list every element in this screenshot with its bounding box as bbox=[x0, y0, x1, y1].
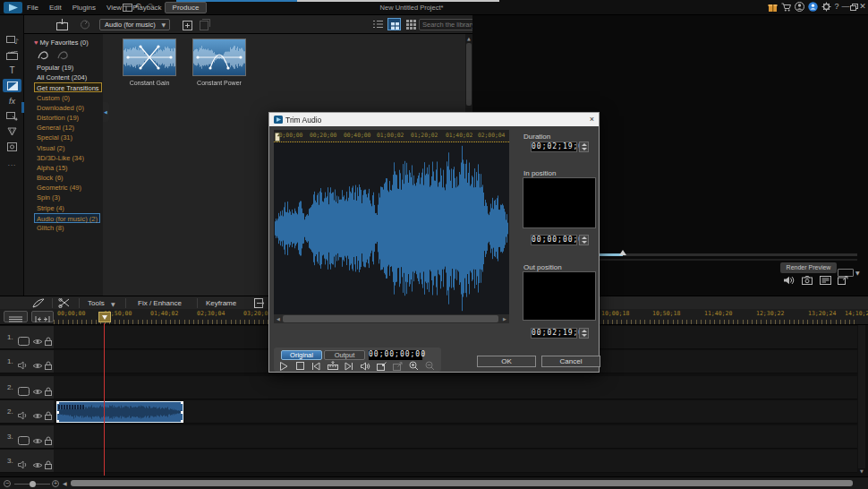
original-tab[interactable]: Original bbox=[281, 350, 322, 360]
category-glitch-8-[interactable]: Glitch (8) bbox=[37, 224, 64, 232]
category-general-12-[interactable]: General (12) bbox=[37, 124, 74, 132]
transition-thumb-constant-gain[interactable] bbox=[123, 39, 176, 76]
settings-gear-icon[interactable] bbox=[821, 2, 831, 12]
gift-icon[interactable] bbox=[768, 3, 778, 12]
mark-in-icon[interactable] bbox=[375, 361, 387, 371]
tools-menu[interactable]: Tools bbox=[88, 299, 105, 307]
category-alpha-15-[interactable]: Alpha (15) bbox=[37, 164, 68, 172]
in-position-spinner[interactable] bbox=[579, 235, 589, 245]
more-rooms-icon[interactable]: ... bbox=[3, 157, 21, 170]
category-popular-19-[interactable]: Popular (19) bbox=[37, 64, 73, 72]
new-folder-icon[interactable] bbox=[183, 19, 194, 30]
category-stripe-4-[interactable]: Stripe (4) bbox=[37, 204, 64, 212]
library-filter-dropdown[interactable]: Audio (for music)▼ bbox=[99, 19, 170, 30]
member-icon[interactable] bbox=[808, 2, 818, 12]
track-lock-icon[interactable] bbox=[44, 333, 53, 349]
media-room-icon[interactable]: ♪ bbox=[3, 33, 21, 47]
plugin-room-icon[interactable] bbox=[3, 140, 21, 153]
track-visibility-eye-icon[interactable] bbox=[32, 408, 43, 424]
keyframe-button[interactable]: Keyframe bbox=[206, 299, 236, 307]
play-icon[interactable] bbox=[277, 361, 290, 371]
title-room-icon[interactable]: T bbox=[3, 64, 21, 77]
track-lane-2-video[interactable] bbox=[54, 376, 857, 399]
category-special-31-[interactable]: Special (31) bbox=[37, 133, 72, 142]
list-view-icon[interactable] bbox=[372, 19, 384, 30]
transition-overlap-icon[interactable] bbox=[37, 48, 51, 61]
help-icon[interactable]: ? bbox=[832, 2, 841, 11]
track-manager-button[interactable] bbox=[4, 311, 28, 322]
produce-button[interactable]: Produce bbox=[165, 2, 207, 13]
restore-icon[interactable] bbox=[850, 4, 858, 11]
minimize-icon[interactable]: — bbox=[841, 2, 850, 11]
mark-out-icon[interactable] bbox=[391, 361, 404, 371]
category-collapse-tab[interactable]: ◀ bbox=[103, 102, 109, 122]
scroll-up-icon[interactable]: ▲ bbox=[465, 36, 472, 41]
track-header-1-video[interactable]: 1. bbox=[0, 326, 54, 349]
particle-room-icon[interactable] bbox=[3, 124, 21, 138]
menu-file[interactable]: File bbox=[27, 4, 38, 12]
track-visibility-eye-icon[interactable] bbox=[32, 357, 43, 373]
effect-room-icon[interactable]: fx bbox=[3, 94, 21, 107]
split-scissors-icon[interactable] bbox=[58, 298, 71, 308]
close-icon[interactable]: ✕ bbox=[858, 2, 867, 11]
zoom-in-button[interactable]: + bbox=[52, 480, 59, 487]
undo-icon[interactable]: ↶ bbox=[134, 2, 141, 11]
track-visibility-eye-icon[interactable] bbox=[32, 433, 43, 449]
volume-icon[interactable] bbox=[359, 361, 371, 371]
track-lane-3-video[interactable] bbox=[54, 425, 857, 449]
dialog-title-bar[interactable]: Trim Audio × bbox=[269, 113, 599, 126]
zoom-in-icon[interactable] bbox=[408, 361, 421, 371]
transition-thumb-constant-power[interactable] bbox=[192, 39, 246, 76]
track-visibility-eye-icon[interactable] bbox=[32, 333, 43, 349]
category-spin-3-[interactable]: Spin (3) bbox=[37, 193, 60, 202]
output-tab[interactable]: Output bbox=[324, 350, 365, 360]
scroll-left-icon[interactable]: ◀ bbox=[63, 480, 67, 486]
step-forward-icon[interactable] bbox=[343, 361, 355, 371]
out-position-spinner[interactable] bbox=[579, 328, 589, 339]
track-lock-icon[interactable] bbox=[44, 357, 53, 373]
track-lock-icon[interactable] bbox=[44, 433, 53, 449]
undock-preview-icon[interactable] bbox=[838, 276, 848, 285]
duration-field[interactable]: 00;02;19;07 bbox=[531, 142, 577, 152]
category-custom-0-[interactable]: Custom (0) bbox=[37, 94, 70, 102]
category-audio-for-music-2-[interactable]: Audio (for music) (2) bbox=[34, 213, 100, 223]
horizontal-scrollbar[interactable] bbox=[71, 480, 853, 486]
trim-scroll-left-icon[interactable]: ◀ bbox=[275, 316, 282, 322]
trim-scroll-right-icon[interactable]: ▶ bbox=[501, 316, 508, 322]
tracks-scroll-down-icon[interactable]: ▼ bbox=[858, 468, 865, 474]
zoom-slider-handle[interactable] bbox=[30, 481, 36, 487]
track-header-3-audio[interactable]: 3. bbox=[0, 450, 54, 473]
track-visibility-eye-icon[interactable] bbox=[32, 457, 43, 473]
import-media-icon[interactable] bbox=[56, 19, 70, 30]
category-visual-2-[interactable]: Visual (2) bbox=[37, 144, 65, 152]
preview-quality-icon[interactable] bbox=[820, 276, 831, 285]
fit-timeline-button[interactable] bbox=[31, 311, 54, 322]
in-position-field[interactable]: 00;00;00;00 bbox=[531, 235, 577, 245]
seek-handle[interactable] bbox=[619, 250, 626, 255]
menu-view[interactable]: View bbox=[106, 4, 122, 12]
template-room-icon[interactable] bbox=[3, 48, 21, 62]
category-downloaded-0-[interactable]: Downloaded (0) bbox=[37, 104, 84, 112]
track-scrollbar[interactable] bbox=[858, 325, 865, 468]
track-header-2-video[interactable]: 2. bbox=[0, 376, 54, 399]
track-header-1-audio[interactable]: 1. bbox=[0, 350, 54, 373]
track-design-pen-icon[interactable] bbox=[32, 298, 46, 308]
cancel-button[interactable]: Cancel bbox=[541, 356, 600, 367]
ratio-chevron-icon[interactable]: ▼ bbox=[855, 270, 860, 276]
redo-icon[interactable]: ↷ bbox=[148, 2, 155, 11]
menu-edit[interactable]: Edit bbox=[49, 4, 62, 12]
ok-button[interactable]: OK bbox=[477, 356, 536, 367]
dialog-close-icon[interactable]: × bbox=[590, 115, 594, 124]
track-lane-3-audio[interactable] bbox=[54, 450, 857, 473]
fix-enhance-button[interactable]: Fix / Enhance bbox=[138, 299, 182, 307]
track-lock-icon[interactable] bbox=[44, 383, 53, 399]
category-all-content-204-[interactable]: All Content (204) bbox=[37, 73, 87, 82]
category-block-6-[interactable]: Block (6) bbox=[37, 174, 64, 182]
trim-in-flag[interactable] bbox=[275, 133, 280, 142]
scrub-icon[interactable] bbox=[327, 361, 339, 371]
track-lock-icon[interactable] bbox=[44, 457, 53, 473]
detail-view-icon[interactable] bbox=[405, 19, 417, 30]
cart-icon[interactable] bbox=[781, 3, 791, 12]
clip-trim-left-handle[interactable] bbox=[56, 411, 59, 414]
stop-icon[interactable] bbox=[294, 361, 306, 371]
